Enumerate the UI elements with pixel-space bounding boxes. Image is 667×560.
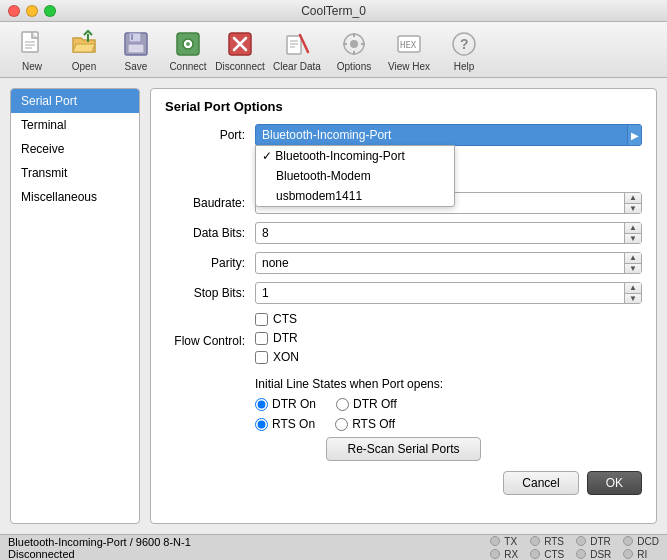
stopbits-up[interactable]: ▲ xyxy=(625,283,641,294)
port-option-bluetooth-modem[interactable]: Bluetooth-Modem xyxy=(256,166,454,186)
dcd-ri-group: DCD RI xyxy=(623,536,659,560)
toolbar-new[interactable]: New xyxy=(8,26,56,74)
parity-stepper-buttons: ▲ ▼ xyxy=(624,253,641,273)
dtr-row: DTR xyxy=(255,331,642,345)
stopbits-stepper-buttons: ▲ ▼ xyxy=(624,283,641,303)
connect-icon xyxy=(172,28,204,60)
parity-stepper[interactable]: none ▲ ▼ xyxy=(255,252,642,274)
databits-value: 8 xyxy=(256,224,624,242)
options-icon xyxy=(338,28,370,60)
dtr-dsr-group: DTR DSR xyxy=(576,536,611,560)
toolbar-disconnect[interactable]: Disconnect xyxy=(216,26,264,74)
dtr-checkbox[interactable] xyxy=(255,332,268,345)
dcd-indicator: DCD xyxy=(623,536,659,547)
baudrate-up[interactable]: ▲ xyxy=(625,193,641,204)
toolbar-clear-data[interactable]: Clear Data xyxy=(268,26,326,74)
databits-up[interactable]: ▲ xyxy=(625,223,641,234)
port-option-bluetooth-incoming[interactable]: ✓ Bluetooth-Incoming-Port xyxy=(256,146,454,166)
databits-label: Data Bits: xyxy=(165,226,255,240)
port-arrow-button[interactable]: ▶ xyxy=(627,125,641,145)
dtr-radio-group: DTR On DTR Off xyxy=(255,397,642,411)
databits-control: 8 ▲ ▼ xyxy=(255,222,642,244)
parity-label: Parity: xyxy=(165,256,255,270)
parity-value: none xyxy=(256,254,624,272)
stopbits-label: Stop Bits: xyxy=(165,286,255,300)
dtr-on-row: DTR On xyxy=(255,397,316,411)
port-option-usbmodem[interactable]: usbmodem1411 xyxy=(256,186,454,206)
flowcontrol-label: Flow Control: xyxy=(165,334,255,348)
toolbar-open[interactable]: Open xyxy=(60,26,108,74)
rts-radio-group: RTS On RTS Off xyxy=(255,417,642,431)
dcd-label: DCD xyxy=(637,536,659,547)
save-label: Save xyxy=(125,61,148,72)
toolbar-connect[interactable]: Connect xyxy=(164,26,212,74)
initial-line-title: Initial Line States when Port opens: xyxy=(255,377,642,391)
view-hex-icon: HEX xyxy=(393,28,425,60)
dtr-off-radio[interactable] xyxy=(336,398,349,411)
window-title: CoolTerm_0 xyxy=(301,4,366,18)
disconnect-icon xyxy=(224,28,256,60)
sidebar-item-receive[interactable]: Receive xyxy=(11,137,139,161)
stopbits-stepper[interactable]: 1 ▲ ▼ xyxy=(255,282,642,304)
dialog-buttons: Cancel OK xyxy=(165,471,642,495)
parity-row: Parity: none ▲ ▼ xyxy=(165,252,642,274)
parity-up[interactable]: ▲ xyxy=(625,253,641,264)
options-label: Options xyxy=(337,61,371,72)
stopbits-control: 1 ▲ ▼ xyxy=(255,282,642,304)
dtr-off-label: DTR Off xyxy=(353,397,397,411)
xon-checkbox[interactable] xyxy=(255,351,268,364)
svg-text:HEX: HEX xyxy=(400,40,417,50)
ri-label: RI xyxy=(637,549,647,560)
toolbar-save[interactable]: Save xyxy=(112,26,160,74)
sidebar-item-miscellaneous[interactable]: Miscellaneous xyxy=(11,185,139,209)
sidebar-item-transmit[interactable]: Transmit xyxy=(11,161,139,185)
view-hex-label: View Hex xyxy=(388,61,430,72)
rts-on-radio[interactable] xyxy=(255,418,268,431)
close-button[interactable] xyxy=(8,5,20,17)
port-row: Port: Bluetooth-Incoming-Port ▶ ✓ Blueto… xyxy=(165,124,642,146)
stopbits-down[interactable]: ▼ xyxy=(625,294,641,304)
baudrate-down[interactable]: ▼ xyxy=(625,204,641,214)
port-dropdown-menu: ✓ Bluetooth-Incoming-Port Bluetooth-Mode… xyxy=(255,145,455,207)
disconnect-label: Disconnect xyxy=(215,61,264,72)
toolbar-view-hex[interactable]: HEX View Hex xyxy=(382,26,436,74)
databits-stepper[interactable]: 8 ▲ ▼ xyxy=(255,222,642,244)
connection-info: Bluetooth-Incoming-Port / 9600 8-N-1 xyxy=(8,536,191,548)
toolbar: New Open Save xyxy=(0,22,667,78)
databits-down[interactable]: ▼ xyxy=(625,234,641,244)
baudrate-stepper-buttons: ▲ ▼ xyxy=(624,193,641,213)
connection-state: Disconnected xyxy=(8,548,191,560)
rts-off-radio[interactable] xyxy=(335,418,348,431)
open-icon xyxy=(68,28,100,60)
flowcontrol-row: Flow Control: CTS DTR XON xyxy=(165,312,642,369)
toolbar-help[interactable]: ? Help xyxy=(440,26,488,74)
new-icon xyxy=(16,28,48,60)
xon-label: XON xyxy=(273,350,299,364)
dsr-indicator: DSR xyxy=(576,549,611,560)
toolbar-options[interactable]: Options xyxy=(330,26,378,74)
clear-data-label: Clear Data xyxy=(273,61,321,72)
port-select-button[interactable]: Bluetooth-Incoming-Port ▶ xyxy=(255,124,642,146)
open-label: Open xyxy=(72,61,96,72)
rts-on-label: RTS On xyxy=(272,417,315,431)
svg-point-11 xyxy=(186,42,190,46)
ok-button[interactable]: OK xyxy=(587,471,642,495)
rts-cts-group: RTS CTS xyxy=(530,536,564,560)
minimize-button[interactable] xyxy=(26,5,38,17)
dtr-on-radio[interactable] xyxy=(255,398,268,411)
rescan-button[interactable]: Re-Scan Serial Ports xyxy=(326,437,480,461)
rescan-section: Re-Scan Serial Ports xyxy=(165,437,642,461)
maximize-button[interactable] xyxy=(44,5,56,17)
sidebar-item-serial-port[interactable]: Serial Port xyxy=(11,89,139,113)
cts-row: CTS xyxy=(255,312,642,326)
cancel-button[interactable]: Cancel xyxy=(503,471,578,495)
sidebar-item-terminal[interactable]: Terminal xyxy=(11,113,139,137)
title-bar: CoolTerm_0 xyxy=(0,0,667,22)
svg-rect-6 xyxy=(129,33,141,42)
stopbits-row: Stop Bits: 1 ▲ ▼ xyxy=(165,282,642,304)
tx-indicator: TX xyxy=(490,536,518,547)
parity-down[interactable]: ▼ xyxy=(625,264,641,274)
dtr-off-row: DTR Off xyxy=(336,397,397,411)
cts-checkbox[interactable] xyxy=(255,313,268,326)
dtr-on-label: DTR On xyxy=(272,397,316,411)
